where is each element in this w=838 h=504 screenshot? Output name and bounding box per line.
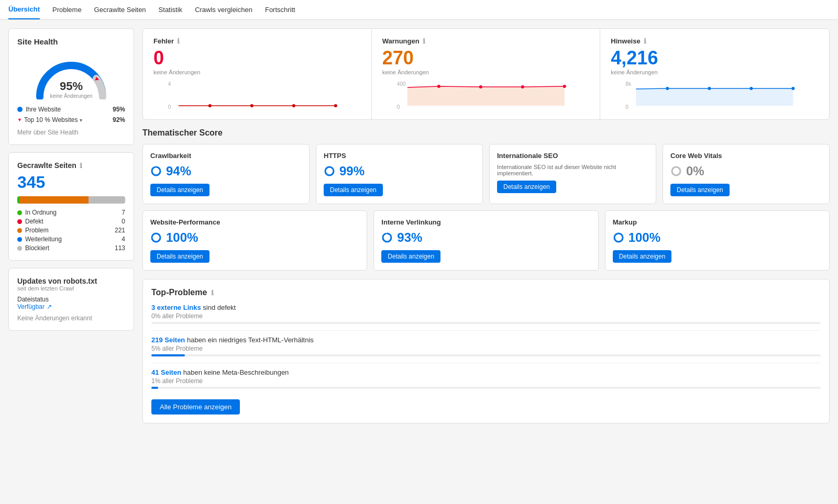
- legend-row-top10[interactable]: ▼ Top 10 % Websites ▾ 92%: [17, 116, 125, 124]
- score-verlinkung: Interne Verlinkung 93% Details anzeigen: [373, 210, 598, 271]
- problem-divider-1: [151, 330, 821, 331]
- svg-point-30: [383, 233, 391, 242]
- score-markup-percent: 100%: [613, 230, 822, 245]
- metric-hinweise-number: 4,216: [611, 47, 819, 69]
- svg-point-20: [750, 87, 753, 90]
- metric-fehler-label: Fehler ℹ: [153, 37, 361, 45]
- details-btn-crawlbarkeit[interactable]: Details anzeigen: [150, 184, 210, 196]
- site-health-title: Site Health: [17, 37, 125, 46]
- problem-sub-1: 0% aller Probleme: [151, 312, 821, 320]
- fehler-chart: 4 0: [153, 80, 361, 111]
- score-int-seo-desc: Internationale SEO ist auf dieser Websit…: [497, 164, 648, 176]
- problem-link-2[interactable]: 219 Seiten: [151, 336, 185, 344]
- thematischer-section: Thematischer Score Crawlbarkeit 94% Deta…: [142, 128, 830, 271]
- metric-hinweise-sub: keine Änderungen: [611, 69, 819, 75]
- stat-blockiert: Blockiert 113: [17, 244, 125, 252]
- nav-fortschritt[interactable]: Fortschritt: [265, 1, 295, 19]
- score-cwv-title: Core Web Vitals: [670, 152, 822, 160]
- details-btn-performance[interactable]: Details anzeigen: [150, 250, 210, 263]
- nav-statistik[interactable]: Statistik: [159, 1, 183, 19]
- svg-point-6: [292, 104, 295, 107]
- score-cwv-percent: 0%: [670, 164, 822, 178]
- svg-text:0: 0: [396, 104, 400, 110]
- score-int-seo: Internationale SEO Internationale SEO is…: [489, 144, 656, 204]
- site-health-card: Site Health 95% keine Änderungen: [8, 28, 134, 145]
- gauge-sublabel: keine Änderungen: [50, 93, 92, 99]
- gecrawlte-number: 345: [17, 173, 125, 192]
- metric-warnungen-number: 270: [382, 47, 590, 69]
- svg-point-4: [208, 104, 212, 107]
- robots-verfugbar[interactable]: Verfügbar ↗: [17, 303, 125, 310]
- gauge-percent: 95%: [50, 80, 92, 93]
- navigation: Übersicht Probleme Gecrawlte Seiten Stat…: [0, 0, 838, 20]
- metric-hinweise-label: Hinweise ℹ: [611, 37, 819, 45]
- gecrawlte-info-icon: ℹ: [80, 162, 82, 170]
- details-btn-markup[interactable]: Details anzeigen: [613, 250, 672, 263]
- legend-row-website: Ihre Website 95%: [17, 106, 125, 113]
- gecrawlte-card: Gecrawlte Seiten ℹ 345 In Ordnung 7 Defe…: [8, 152, 134, 261]
- problem-bar-track-3: [151, 387, 821, 389]
- bar-blocked: [89, 196, 125, 204]
- nav-crawls[interactable]: Crawls vergleichen: [195, 1, 252, 19]
- svg-point-26: [672, 167, 680, 175]
- dropdown-arrow-icon: ▾: [80, 117, 82, 123]
- legend-value-website: 95%: [113, 106, 125, 113]
- svg-point-5: [250, 104, 253, 107]
- problem-row-3: 41 Seiten haben keine Meta-Beschreibunge…: [151, 368, 821, 389]
- problem-bar-track-2: [151, 354, 821, 356]
- stat-weiterleitung: Weiterleitung 4: [17, 236, 125, 243]
- gauge-center: 95% keine Änderungen: [50, 80, 92, 99]
- svg-text:0: 0: [626, 104, 629, 110]
- external-link-icon: ↗: [47, 303, 52, 310]
- warnungen-chart: 400 0: [382, 80, 590, 111]
- robots-dateistatus: Dateistatus: [17, 296, 125, 303]
- hinweise-chart: 8k 0: [611, 80, 819, 111]
- svg-point-14: [563, 85, 566, 88]
- legend-dot-website: [17, 107, 23, 112]
- stat-ok: In Ordnung 7: [17, 209, 125, 216]
- score-markup: Markup 100% Details anzeigen: [605, 210, 830, 271]
- svg-text:400: 400: [396, 81, 405, 87]
- legend-value-top10: 92%: [113, 116, 125, 124]
- svg-point-19: [708, 87, 711, 90]
- problem-bar-track-1: [151, 322, 821, 324]
- nav-ubersicht[interactable]: Übersicht: [8, 0, 40, 19]
- metric-hinweise: Hinweise ℹ 4,216 keine Änderungen 8k 0: [600, 29, 829, 119]
- right-panel: Fehler ℹ 0 keine Änderungen 4 0: [142, 28, 830, 423]
- details-btn-https[interactable]: Details anzeigen: [324, 184, 383, 196]
- score-performance-title: Website-Performance: [150, 218, 359, 226]
- gecrawlte-title: Gecrawlte Seiten ℹ: [17, 161, 125, 170]
- problem-link-3[interactable]: 41 Seiten: [151, 368, 181, 376]
- score-crawlbarkeit: Crawlbarkeit 94% Details anzeigen: [142, 144, 310, 204]
- svg-point-12: [479, 85, 482, 88]
- gecrawlte-bar: [17, 196, 125, 204]
- robots-sub: seit dem letzten Crawl: [17, 285, 125, 292]
- svg-point-7: [334, 104, 337, 107]
- score-int-seo-title: Internationale SEO: [497, 152, 648, 160]
- svg-point-28: [152, 233, 160, 242]
- legend-label-top10: Top 10 % Websites: [24, 116, 78, 124]
- hinweise-info-icon: ℹ: [644, 37, 646, 45]
- alle-probleme-button[interactable]: Alle Probleme anzeigen: [151, 399, 240, 415]
- robots-none: Keine Änderungen erkannt: [17, 315, 125, 322]
- nav-probleme[interactable]: Probleme: [52, 1, 82, 19]
- stat-defekt: Defekt 0: [17, 218, 125, 225]
- details-btn-intseo[interactable]: Details anzeigen: [497, 181, 556, 193]
- fehler-info-icon: ℹ: [177, 37, 180, 45]
- details-btn-verlinkung[interactable]: Details anzeigen: [381, 250, 440, 263]
- metric-fehler-sub: keine Änderungen: [153, 69, 361, 75]
- problem-text-2: haben ein niedriges Text-HTML-Verhältnis: [185, 336, 313, 344]
- metrics-row: Fehler ℹ 0 keine Änderungen 4 0: [142, 28, 830, 120]
- nav-gecrawlte[interactable]: Gecrawlte Seiten: [94, 1, 146, 19]
- problem-link-1[interactable]: 3 externe Links: [151, 304, 201, 311]
- problem-divider-2: [151, 363, 821, 363]
- score-https: HTTPS 99% Details anzeigen: [316, 144, 483, 204]
- top-probleme-card: Top-Probleme ℹ 3 externe Links sind defe…: [142, 279, 830, 423]
- metric-fehler: Fehler ℹ 0 keine Änderungen 4 0: [143, 29, 372, 119]
- mehr-link[interactable]: Mehr über Site Health: [17, 129, 125, 136]
- details-btn-cwv[interactable]: Details anzeigen: [670, 184, 730, 196]
- svg-text:8k: 8k: [626, 81, 632, 87]
- thematischer-title: Thematischer Score: [142, 128, 830, 138]
- svg-point-32: [614, 233, 623, 242]
- svg-point-13: [521, 85, 524, 88]
